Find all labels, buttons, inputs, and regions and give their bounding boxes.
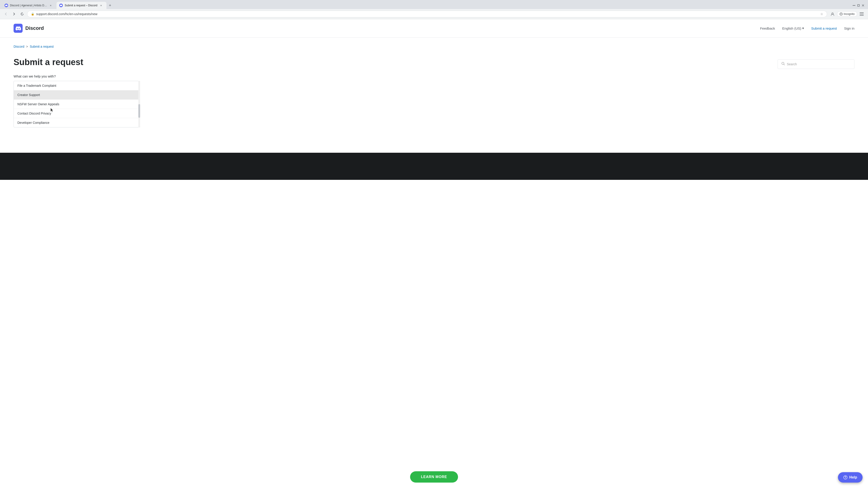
dropdown-item-1[interactable]: Creator Support — [14, 90, 140, 100]
dropdown-scrollbar[interactable] — [138, 81, 140, 127]
tab-title-1: Discord | #general | Artists Disco... — [10, 4, 47, 7]
svg-rect-10 — [860, 15, 864, 15]
window-maximize[interactable] — [857, 4, 860, 7]
browser-tab-2[interactable]: Submit a request – Discord ✕ — [57, 2, 106, 9]
window-close[interactable] — [862, 4, 864, 7]
logo-text: Discord — [25, 25, 44, 31]
svg-rect-8 — [860, 12, 864, 13]
svg-point-6 — [840, 13, 841, 14]
sign-in-link[interactable]: Sign in — [844, 26, 855, 30]
breadcrumb-current: Submit a request — [30, 45, 54, 48]
new-tab-button[interactable]: + — [107, 2, 113, 8]
address-bar[interactable]: 🔒 support.discord.com/hc/en-us/requests/… — [27, 11, 827, 18]
browser-toolbar: 🔒 support.discord.com/hc/en-us/requests/… — [0, 9, 868, 19]
site-header: Discord Feedback English (US) ▾ Submit a… — [0, 19, 868, 37]
main-content: Discord > Submit a request Submit a requ… — [0, 37, 316, 135]
dropdown-item-0[interactable]: File a Trademark Complaint — [14, 81, 140, 90]
site-nav: Feedback English (US) ▾ Submit a request… — [760, 26, 855, 30]
back-button[interactable] — [3, 11, 9, 17]
help-label: Help — [849, 475, 857, 480]
page-footer — [0, 153, 868, 180]
window-minimize[interactable] — [852, 4, 855, 7]
learn-more-button[interactable]: LEARN MORE — [410, 471, 458, 483]
dropdown-item-4[interactable]: Developer Compliance — [14, 118, 140, 127]
incognito-label: Incognito — [844, 12, 855, 15]
help-icon — [843, 475, 847, 480]
language-label: English (US) — [782, 26, 801, 30]
discord-logo-icon — [13, 24, 23, 33]
svg-rect-0 — [852, 5, 855, 6]
site-logo[interactable]: Discord — [13, 24, 44, 33]
page-wrapper: Discord Feedback English (US) ▾ Submit a… — [0, 19, 868, 487]
search-bar[interactable]: Search — [778, 59, 855, 69]
window-controls — [852, 4, 866, 7]
search-icon — [781, 62, 785, 66]
svg-rect-9 — [860, 14, 864, 14]
tab-close-1[interactable]: ✕ — [49, 4, 53, 7]
dropdown-list: File a Trademark Complaint Creator Suppo… — [13, 81, 140, 127]
forward-button[interactable] — [11, 11, 17, 17]
profile-icon[interactable] — [829, 10, 836, 18]
request-form: What can we help you with? File a Tradem… — [13, 74, 303, 127]
search-placeholder: Search — [787, 62, 797, 66]
lock-icon: 🔒 — [31, 12, 34, 15]
tab-close-2[interactable]: ✕ — [99, 4, 103, 7]
tab-favicon-2 — [59, 4, 63, 7]
address-text: support.discord.com/hc/en-us/requests/ne… — [36, 12, 818, 16]
svg-rect-1 — [858, 4, 860, 6]
svg-line-13 — [784, 64, 785, 65]
breadcrumb-home[interactable]: Discord — [13, 45, 24, 48]
feedback-link[interactable]: Feedback — [760, 26, 775, 30]
form-label: What can we help you with? — [13, 74, 303, 78]
toolbar-actions: Incognito — [829, 10, 865, 18]
language-selector[interactable]: English (US) ▾ — [782, 26, 804, 30]
bookmark-icon[interactable]: ☆ — [820, 12, 823, 16]
tab-favicon-1 — [4, 4, 8, 7]
svg-point-7 — [841, 13, 842, 14]
page-title: Submit a request — [13, 57, 303, 67]
menu-icon[interactable] — [858, 10, 865, 18]
dropdown-item-3[interactable]: Contact Discord Privacy — [14, 109, 140, 118]
breadcrumb: Discord > Submit a request — [13, 45, 303, 48]
tab-title-2: Submit a request – Discord — [65, 4, 97, 7]
dropdown-scroll-thumb — [138, 104, 140, 118]
browser-tabs: Discord | #general | Artists Disco... ✕ … — [0, 0, 868, 9]
breadcrumb-separator: > — [26, 45, 28, 48]
reload-button[interactable] — [19, 11, 25, 17]
help-button[interactable]: Help — [838, 472, 863, 483]
chevron-down-icon: ▾ — [802, 26, 804, 30]
svg-point-15 — [845, 478, 846, 479]
dropdown-item-2[interactable]: NSFW Server Owner Appeals — [14, 100, 140, 109]
dropdown-container: File a Trademark Complaint Creator Suppo… — [13, 81, 140, 127]
incognito-badge: Incognito — [837, 11, 857, 17]
browser-tab-1[interactable]: Discord | #general | Artists Disco... ✕ — [2, 2, 56, 9]
submit-request-link[interactable]: Submit a request — [811, 26, 837, 30]
browser-chrome: Discord | #general | Artists Disco... ✕ … — [0, 0, 868, 19]
